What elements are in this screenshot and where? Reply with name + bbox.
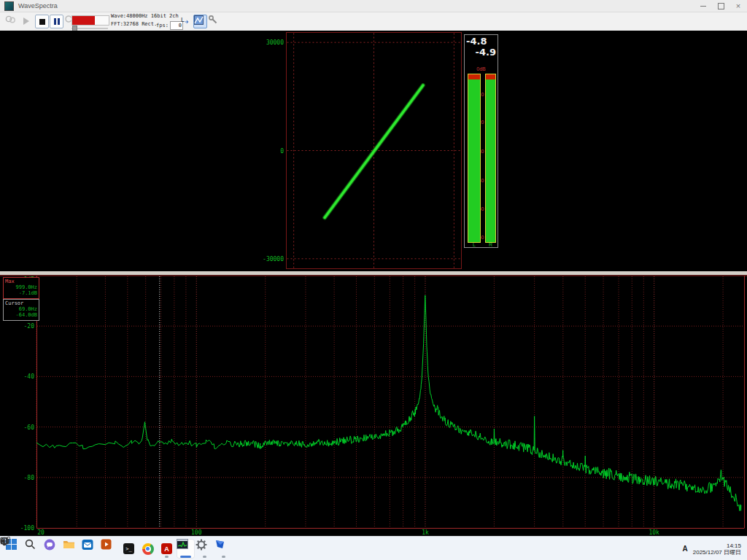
max-readout-box: Max 999.0Hz -7.1dB: [3, 277, 39, 299]
chat-icon: [44, 539, 55, 551]
folder-icon: [63, 539, 75, 550]
y-axis-label: -100: [20, 525, 34, 532]
cursor-readout-box: Cursor 69.0Hz -64.0dB: [3, 299, 39, 321]
close-icon: ×: [736, 2, 740, 10]
taskbar-wavespectra-button[interactable]: [177, 539, 195, 559]
lissajous-panel: 300000-30000 -4.8 -4.9 0dB 10 20 30 40 5…: [0, 31, 747, 271]
stop-icon: [39, 19, 45, 25]
pause-button[interactable]: [50, 15, 63, 28]
minimize-icon: [700, 6, 706, 7]
taskbar-chrome-button[interactable]: [139, 539, 157, 559]
chrome-icon: [142, 543, 154, 555]
svg-text:L: L: [181, 16, 185, 23]
taskbar-clock[interactable]: 14:15 2025/12/07 日曜日: [693, 542, 741, 556]
meter-scale-label: 0dB: [465, 66, 498, 72]
max-frequency: 999.0Hz: [5, 284, 37, 290]
x-axis-label: 100: [191, 529, 202, 536]
axis-icon: L: [179, 15, 190, 25]
scope-axis-label: 0: [280, 148, 284, 155]
taskbar-photos-button[interactable]: [214, 539, 233, 559]
taskbar-media-player-button[interactable]: [101, 539, 119, 559]
media-player-icon: [101, 539, 112, 550]
max-level: -7.1dB: [5, 290, 37, 296]
x-axis-label: 1k: [422, 529, 429, 536]
cursor-frequency: 69.0Hz: [5, 306, 37, 312]
taskbar-chat-button[interactable]: [44, 539, 62, 559]
y-axis-label: -20: [24, 323, 35, 330]
wavespectra-icon: [177, 539, 188, 549]
meter-level-segment: [486, 79, 495, 242]
record-icon: [5, 15, 16, 24]
ime-mode-indicator[interactable]: A: [683, 545, 688, 553]
scope-axis-label: 30000: [266, 39, 284, 46]
window-title: WaveSpectra: [18, 2, 58, 9]
x-axis-label: 20: [37, 529, 44, 536]
acrobat-icon: A: [161, 543, 172, 554]
meter-level-segment: [468, 79, 480, 242]
wave-info: Wave:48000Hz 16bit 2ch: [111, 12, 184, 20]
play-button[interactable]: [20, 15, 32, 27]
position-indicator: [72, 16, 95, 25]
meter-bar-right: [485, 74, 496, 243]
scope-axis-label: -30000: [263, 256, 284, 262]
taskbar-outlook-button[interactable]: [82, 539, 100, 559]
taskbar-explorer-button[interactable]: [63, 539, 81, 559]
y-axis-label: -40: [24, 373, 35, 380]
wrench-icon: [208, 15, 218, 25]
stop-button[interactable]: [35, 15, 49, 28]
close-button[interactable]: ×: [729, 0, 747, 12]
maximize-icon: [718, 3, 724, 9]
record-button[interactable]: [5, 15, 18, 27]
taskbar-search-button[interactable]: [25, 539, 43, 559]
pause-icon: [54, 18, 60, 25]
taskbar-terminal-button[interactable]: >_: [120, 539, 138, 559]
cursor-level: -64.0dB: [5, 312, 37, 318]
display-mode-icon: [194, 15, 204, 25]
system-tray: A 14:15 2025/12/07 日曜日: [683, 542, 742, 556]
maximize-button[interactable]: [712, 0, 729, 12]
spectrum-panel: 0dB-20-40-60-80-100201001k10k Max 999.0H…: [0, 275, 747, 536]
position-slider[interactable]: [71, 15, 109, 26]
meter-peak-segment: [468, 74, 480, 79]
axis-settings-button[interactable]: L: [179, 15, 192, 27]
y-axis-label: -80: [24, 475, 35, 481]
gear-icon: [196, 539, 207, 551]
meter-peak-segment: [486, 74, 495, 79]
title-bar: WaveSpectra ×: [0, 0, 747, 12]
level-meter: -4.8 -4.9 0dB 10 20 30 40 50 60 L R: [464, 34, 498, 248]
meter-right-channel-label: R: [485, 242, 496, 247]
minimize-button[interactable]: [694, 0, 712, 12]
taskbar-acrobat-button[interactable]: A: [158, 539, 176, 559]
search-icon: [25, 539, 36, 550]
max-title: Max: [5, 279, 37, 284]
meter-left-value: -4.8: [466, 36, 487, 47]
notification-bell-icon[interactable]: [0, 537, 9, 546]
meter-right-value: -4.9: [476, 47, 496, 58]
wavespectra-window: WaveSpectra ×: [0, 0, 747, 560]
toolbar: Wave:48000Hz 16bit 2ch FFT:32768 Rect. f…: [0, 12, 747, 31]
spectrum-trace: [36, 295, 741, 511]
taskbar: >_ A: [0, 536, 747, 560]
lissajous-scope: 300000-30000: [0, 31, 747, 271]
app-icon: [4, 1, 14, 11]
settings-button[interactable]: [208, 15, 220, 27]
play-icon: [23, 18, 29, 25]
clock-date: 2025/12/07 日曜日: [693, 549, 741, 556]
meter-left-channel-label: L: [468, 242, 481, 247]
fps-label: fps:: [156, 23, 169, 28]
outlook-icon: [82, 539, 93, 551]
photos-icon: [214, 539, 225, 550]
x-axis-label: 10k: [649, 529, 659, 536]
display-mode-button[interactable]: [193, 15, 207, 28]
taskbar-settings-button[interactable]: [196, 539, 214, 559]
y-axis-label: -60: [24, 424, 35, 431]
cursor-title: Cursor: [5, 300, 37, 306]
terminal-icon: >_: [123, 543, 134, 554]
meter-bar-left: [468, 74, 481, 243]
spectrum-plot: 0dB-20-40-60-80-100201001k10k: [0, 275, 747, 536]
clock-time: 14:15: [693, 542, 741, 549]
